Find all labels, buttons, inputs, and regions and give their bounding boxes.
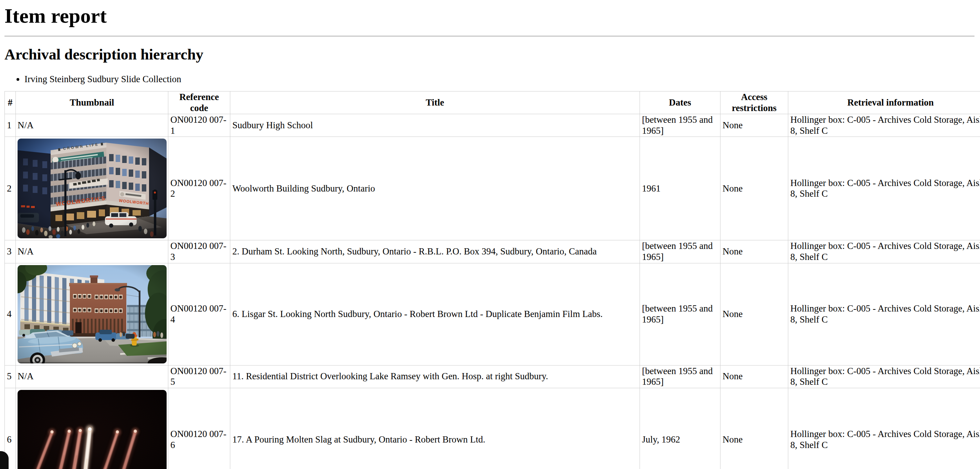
report-table-header: # Thumbnail Reference code Title Dates A… xyxy=(5,92,980,114)
lisgar-street-photo xyxy=(18,265,167,363)
cell-retrieval-information: Hollinger box: C-005 - Archives Cold Sto… xyxy=(788,114,980,137)
cell-thumbnail xyxy=(16,388,168,469)
cell-thumbnail: N/A xyxy=(16,114,168,137)
cell-dates: [between 1955 and 1965] xyxy=(640,114,721,137)
cell-retrieval-information: Hollinger box: C-005 - Archives Cold Sto… xyxy=(788,137,980,240)
table-row: 4 xyxy=(5,263,980,365)
cell-thumbnail: CROWN LIFE WOOLWORTH'S WOOLWORTH'S xyxy=(16,137,168,240)
cell-reference-code: ON00120 007-1 xyxy=(168,114,230,137)
divider xyxy=(5,36,975,36)
cell-title: Woolworth Building Sudbury, Ontario xyxy=(230,137,640,240)
header-dates: Dates xyxy=(640,92,721,114)
cell-retrieval-information: Hollinger box: C-005 - Archives Cold Sto… xyxy=(788,263,980,365)
cell-access-restrictions: None xyxy=(721,388,788,469)
cell-dates: 1961 xyxy=(640,137,721,240)
cell-retrieval-information: Hollinger box: C-005 - Archives Cold Sto… xyxy=(788,388,980,469)
cell-retrieval-information: Hollinger box: C-005 - Archives Cold Sto… xyxy=(788,240,980,263)
hierarchy-item: Irving Steinberg Sudbury Slide Collectio… xyxy=(24,74,980,85)
header-reference-code: Reference code xyxy=(168,92,230,114)
cell-reference-code: ON00120 007-2 xyxy=(168,137,230,240)
hierarchy-list: Irving Steinberg Sudbury Slide Collectio… xyxy=(5,74,980,85)
cell-thumbnail: N/A xyxy=(16,365,168,388)
cell-reference-code: ON00120 007-4 xyxy=(168,263,230,365)
cell-thumbnail xyxy=(16,263,168,365)
cell-access-restrictions: None xyxy=(721,365,788,388)
cell-number: 1 xyxy=(5,114,16,137)
header-retrieval-information: Retrieval information xyxy=(788,92,980,114)
cell-dates: July, 1962 xyxy=(640,388,721,469)
molten-slag-photo xyxy=(18,390,167,469)
cell-number: 4 xyxy=(5,263,16,365)
header-access-restrictions: Access restrictions xyxy=(721,92,788,114)
report-page: Item report Archival description hierarc… xyxy=(0,4,980,469)
cell-thumbnail: N/A xyxy=(16,240,168,263)
report-table-body: 1 N/A ON00120 007-1 Sudbury High School … xyxy=(5,114,980,469)
table-row: 6 xyxy=(5,388,980,469)
header-title: Title xyxy=(230,92,640,114)
cell-access-restrictions: None xyxy=(721,240,788,263)
page-title: Item report xyxy=(5,4,980,28)
table-row: 3 N/A ON00120 007-3 2. Durham St. Lookin… xyxy=(5,240,980,263)
table-row: 2 CROWN LIFE xyxy=(5,137,980,240)
thumbnail-photo-lisgar xyxy=(18,265,167,363)
table-row: 1 N/A ON00120 007-1 Sudbury High School … xyxy=(5,114,980,137)
cell-reference-code: ON00120 007-5 xyxy=(168,365,230,388)
header-thumbnail: Thumbnail xyxy=(16,92,168,114)
cell-title: 11. Residential District Overlooking Lak… xyxy=(230,365,640,388)
cell-number: 3 xyxy=(5,240,16,263)
woolworth-building-photo: CROWN LIFE WOOLWORTH'S WOOLWORTH'S xyxy=(18,139,167,238)
cell-title: 17. A Pouring Molten Slag at Sudbury, On… xyxy=(230,388,640,469)
cell-dates: [between 1955 and 1965] xyxy=(640,263,721,365)
header-number: # xyxy=(5,92,16,114)
cell-title: Sudbury High School xyxy=(230,114,640,137)
table-row: 5 N/A ON00120 007-5 11. Residential Dist… xyxy=(5,365,980,388)
cell-title: 6. Lisgar St. Looking North Sudbury, Ont… xyxy=(230,263,640,365)
cell-reference-code: ON00120 007-6 xyxy=(168,388,230,469)
thumbnail-photo-slag xyxy=(18,390,167,469)
report-table: # Thumbnail Reference code Title Dates A… xyxy=(5,91,980,469)
cell-access-restrictions: None xyxy=(721,137,788,240)
cell-access-restrictions: None xyxy=(721,114,788,137)
cell-dates: [between 1955 and 1965] xyxy=(640,240,721,263)
section-heading: Archival description hierarchy xyxy=(5,46,980,63)
cell-title: 2. Durham St. Looking North, Sudbury, On… xyxy=(230,240,640,263)
thumbnail-photo-woolworth: CROWN LIFE WOOLWORTH'S WOOLWORTH'S xyxy=(18,139,167,238)
cell-number: 5 xyxy=(5,365,16,388)
cell-number: 2 xyxy=(5,137,16,240)
cell-access-restrictions: None xyxy=(721,263,788,365)
cell-reference-code: ON00120 007-3 xyxy=(168,240,230,263)
header-row: # Thumbnail Reference code Title Dates A… xyxy=(5,92,980,114)
cell-retrieval-information: Hollinger box: C-005 - Archives Cold Sto… xyxy=(788,365,980,388)
cell-dates: [between 1955 and 1965] xyxy=(640,365,721,388)
